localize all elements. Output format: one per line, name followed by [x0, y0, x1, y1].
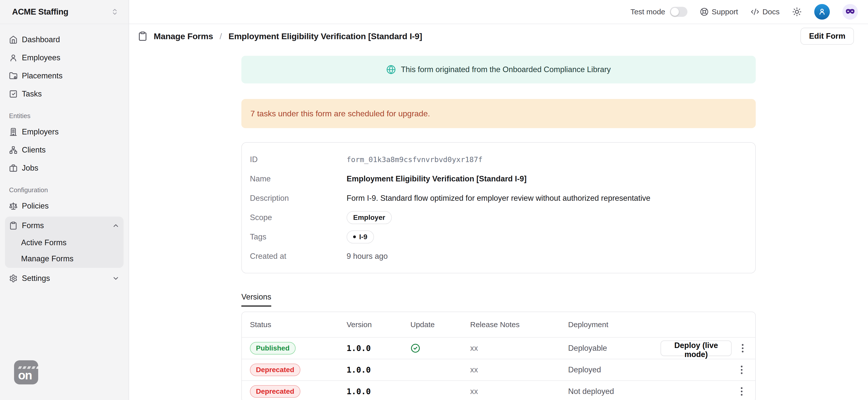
workspace-selector[interactable]: ACME Staffing: [0, 0, 129, 24]
sidebar-item-settings[interactable]: Settings: [5, 269, 124, 287]
release-notes: xx: [470, 387, 568, 396]
field-label: ID: [250, 155, 347, 164]
tag-label: I-9: [359, 233, 367, 241]
col-version: Version: [347, 320, 410, 329]
sidebar-section-entities: Entities: [5, 112, 124, 120]
sidebar-item-tasks[interactable]: Tasks: [5, 85, 124, 103]
check-circle-icon: [410, 343, 470, 353]
field-row-name: Name Employment Eligibility Verification…: [242, 169, 755, 188]
sidebar-item-employers[interactable]: Employers: [5, 123, 124, 141]
sidebar-item-dashboard[interactable]: Dashboard: [5, 31, 124, 49]
avatar-user-icon: [818, 7, 826, 16]
network-icon: [9, 146, 18, 154]
sidebar-item-placements[interactable]: Placements: [5, 67, 124, 85]
gear-icon: [9, 274, 18, 283]
status-badge: Deprecated: [250, 364, 300, 376]
sidebar-item-label: Placements: [22, 71, 63, 81]
tag-badge: I-9: [347, 230, 374, 243]
sidebar-item-active-forms[interactable]: Active Forms: [5, 235, 124, 251]
content: This form originated from the Onboarded …: [129, 48, 868, 400]
col-update: Update: [410, 320, 470, 329]
chevron-up-icon: [112, 222, 120, 229]
docs-label: Docs: [763, 7, 780, 16]
breadcrumb-separator: /: [219, 31, 222, 41]
test-mode-toggle[interactable]: [670, 7, 687, 17]
sidebar-item-label: Jobs: [22, 163, 38, 173]
tab-versions[interactable]: Versions: [241, 293, 271, 307]
status-badge: Deprecated: [250, 385, 300, 398]
sidebar-item-label: Clients: [22, 146, 46, 155]
col-release-notes: Release Notes: [470, 320, 568, 329]
sidebar-item-jobs[interactable]: Jobs: [5, 159, 124, 177]
sidebar-nav: Dashboard Employees Placements Tasks Ent…: [0, 24, 129, 287]
user-avatar[interactable]: [814, 4, 830, 20]
sidebar-item-policies[interactable]: Policies: [5, 197, 124, 215]
field-row-created-at: Created at 9 hours ago: [242, 246, 755, 266]
sidebar-item-employees[interactable]: Employees: [5, 49, 124, 67]
clipboard-icon: [9, 221, 18, 230]
field-label: Description: [250, 194, 347, 203]
sidebar-item-label: Manage Forms: [21, 254, 73, 263]
check-square-icon: [9, 90, 18, 98]
code-icon: [751, 7, 759, 16]
table-row: Deprecated 1.0.0 xx Deployed: [242, 359, 755, 381]
row-menu-button[interactable]: [738, 340, 747, 356]
support-link[interactable]: Support: [700, 7, 738, 16]
deployment-state: Not deployed: [568, 387, 660, 396]
docs-link[interactable]: Docs: [751, 7, 780, 16]
life-buoy-icon: [700, 7, 709, 16]
support-label: Support: [712, 7, 738, 16]
row-menu-button[interactable]: [736, 362, 747, 378]
field-label: Name: [250, 174, 347, 183]
sidebar-section-configuration: Configuration: [5, 186, 124, 194]
chevrons-up-down-icon: [111, 8, 119, 16]
sidebar-item-label: Settings: [22, 274, 50, 283]
page-title: Employment Eligibility Verification [Sta…: [228, 31, 422, 41]
sidebar-item-label: Dashboard: [22, 35, 60, 44]
origin-info-banner: This form originated from the Onboarded …: [241, 56, 756, 84]
field-label: Scope: [250, 213, 347, 222]
field-row-description: Description Form I-9. Standard flow opti…: [242, 188, 755, 208]
table-row: Published 1.0.0 xx Deployable Deploy (li…: [242, 338, 755, 359]
toggle-knob: [671, 8, 679, 16]
upgrade-warning-banner: 7 tasks under this form are scheduled fo…: [241, 99, 756, 128]
version-value: 1.0.0: [347, 387, 410, 396]
row-menu-button[interactable]: [736, 384, 747, 399]
extension-button[interactable]: [842, 4, 858, 20]
globe-icon: [386, 65, 396, 74]
mask-icon: [845, 7, 855, 17]
field-label: Created at: [250, 252, 347, 261]
brand-name: ACME Staffing: [12, 7, 68, 17]
deploy-live-mode-button[interactable]: Deploy (live mode): [660, 340, 732, 356]
sidebar-item-forms[interactable]: Forms: [5, 217, 124, 235]
created-at-value: 9 hours ago: [347, 252, 747, 261]
sidebar-item-label: Policies: [22, 202, 49, 211]
form-description-value: Form I-9. Standard flow optimized for em…: [347, 194, 747, 203]
field-row-scope: Scope Employer: [242, 208, 755, 227]
briefcase-icon: [9, 164, 18, 172]
page-header: Manage Forms / Employment Eligibility Ve…: [129, 24, 868, 48]
test-mode-label: Test mode: [630, 7, 665, 16]
folder-gear-icon: [9, 71, 18, 80]
theme-toggle-button[interactable]: [792, 7, 802, 17]
breadcrumb-manage-forms[interactable]: Manage Forms: [154, 31, 213, 41]
sidebar-group-forms: Forms Active Forms Manage Forms: [5, 217, 124, 268]
sidebar-item-label: Employers: [22, 127, 59, 136]
scope-badge: Employer: [347, 211, 392, 224]
sidebar-item-label: Forms: [22, 221, 44, 230]
chevron-down-icon: [112, 275, 120, 282]
table-row: Deprecated 1.0.0 xx Not deployed: [242, 381, 755, 400]
topbar: Test mode Support Docs: [129, 0, 868, 24]
sidebar-item-clients[interactable]: Clients: [5, 141, 124, 159]
edit-form-button[interactable]: Edit Form: [800, 28, 854, 45]
versions-table: Status Version Update Release Notes Depl…: [241, 312, 756, 400]
sidebar-item-manage-forms[interactable]: Manage Forms: [5, 251, 124, 267]
main-area: Test mode Support Docs Manage Forms / Em…: [129, 0, 868, 400]
form-details-card: ID form_01k3a8m9csfvnvrbvd0yxr187f Name …: [241, 142, 756, 273]
deployment-state: Deployable: [568, 344, 660, 353]
col-deployment: Deployment: [568, 320, 660, 329]
field-row-tags: Tags I-9: [242, 227, 755, 246]
test-mode-control: Test mode: [630, 7, 687, 17]
release-notes: xx: [470, 365, 568, 374]
form-id-value: form_01k3a8m9csfvnvrbvd0yxr187f: [347, 155, 747, 164]
